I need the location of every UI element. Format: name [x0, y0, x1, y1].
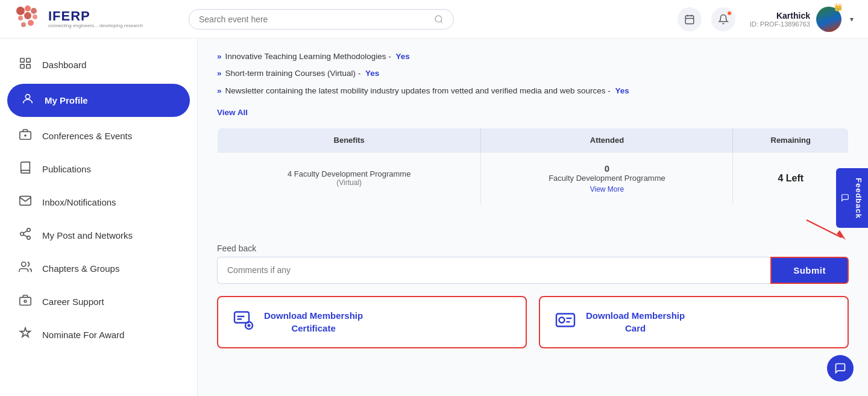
calendar-icon	[684, 14, 695, 25]
search-bar[interactable]	[189, 9, 454, 30]
sidebar-label-my-profile: My Profile	[45, 95, 88, 105]
view-more-link[interactable]: View More	[493, 185, 720, 193]
svg-point-8	[435, 16, 442, 22]
benefit-list: » Innovative Teaching Learning Methodolo…	[217, 51, 849, 97]
download-card-button[interactable]: Download MembershipCard	[539, 296, 849, 348]
sidebar-item-my-post[interactable]: My Post and Networks	[0, 219, 197, 252]
benefits-table: Benefits Attended Remaining 4 Faculty De…	[217, 128, 849, 205]
nav-icons: Karthick ID: PROF-13896763 👑 ▾	[678, 7, 854, 32]
download-row: Download MembershipCertificate Download …	[217, 296, 849, 348]
benefit-item-2: » Short-term training Courses (Virtual) …	[217, 68, 849, 80]
svg-point-2	[31, 8, 37, 14]
svg-point-39	[559, 317, 565, 322]
sidebar-item-my-profile[interactable]: My Profile	[7, 84, 190, 117]
svg-rect-17	[27, 64, 30, 68]
sidebar-label-nominate: Nominate For Award	[42, 330, 124, 340]
feedback-section: Feed back Submit	[217, 217, 849, 284]
search-input[interactable]	[199, 14, 429, 24]
sidebar-item-nominate[interactable]: Nominate For Award	[0, 318, 197, 351]
sidebar-label-inbox: Inbox/Notifications	[42, 197, 116, 207]
calendar-button[interactable]	[678, 7, 702, 31]
arrow-area	[217, 217, 849, 241]
table-cell-benefits: 4 Faculty Development Programme (Virtual…	[218, 152, 481, 204]
logo: IFERP connecting engineers... developing…	[14, 5, 143, 34]
sidebar: Dashboard My Profile Conferences & Event…	[0, 39, 198, 396]
download-card-label: Download MembershipCard	[586, 309, 685, 335]
sidebar-label-chapters: Chapters & Groups	[42, 263, 119, 274]
table-header-attended: Attended	[481, 128, 733, 152]
user-id: ID: PROF-13896763	[750, 20, 810, 28]
sidebar-item-inbox[interactable]: Inbox/Notifications	[0, 186, 197, 219]
publications-icon	[17, 161, 34, 177]
sidebar-label-career: Career Support	[42, 297, 104, 307]
career-icon	[17, 294, 34, 310]
view-all-link[interactable]: View All	[217, 108, 248, 117]
feedback-tab[interactable]: Feedback	[836, 168, 868, 228]
crown-icon: 👑	[834, 3, 843, 11]
svg-rect-32	[234, 312, 249, 322]
user-avatar-wrapper[interactable]: 👑	[816, 7, 841, 32]
svg-point-22	[27, 228, 31, 232]
remaining-value: 4 Left	[778, 173, 804, 183]
svg-point-18	[25, 95, 30, 99]
benefits-value: 4 Faculty Development Programme	[230, 169, 468, 178]
benefit-item-3: » Newsletter containing the latest mobil…	[217, 85, 849, 97]
sidebar-item-conferences[interactable]: Conferences & Events	[0, 119, 197, 152]
notification-dot	[727, 11, 732, 16]
svg-rect-15	[27, 58, 30, 62]
feedback-row: Submit	[217, 257, 849, 284]
sidebar-item-chapters[interactable]: Chapters & Groups	[0, 252, 197, 285]
logo-sub-text: connecting engineers... developing resea…	[48, 24, 143, 29]
svg-line-25	[24, 234, 27, 237]
sidebar-item-dashboard[interactable]: Dashboard	[0, 48, 197, 81]
sidebar-label-dashboard: Dashboard	[42, 60, 86, 70]
svg-rect-16	[20, 64, 24, 68]
svg-point-0	[16, 7, 25, 15]
logo-icon	[14, 5, 43, 34]
my-profile-icon	[19, 92, 36, 108]
feedback-label: Feed back	[217, 244, 849, 253]
table-cell-attended: 0 Faculty Development Programme View Mor…	[481, 152, 733, 204]
svg-point-6	[21, 22, 26, 27]
user-name-block: Karthick ID: PROF-13896763	[750, 11, 810, 28]
table-header-remaining: Remaining	[733, 128, 849, 152]
download-certificate-label: Download MembershipCertificate	[264, 309, 363, 335]
nominate-icon	[17, 327, 34, 343]
svg-point-1	[25, 5, 31, 11]
svg-point-29	[24, 300, 27, 303]
svg-line-9	[441, 21, 442, 23]
svg-point-5	[33, 14, 37, 19]
notification-button[interactable]	[711, 7, 735, 31]
download-certificate-button[interactable]: Download MembershipCertificate	[217, 296, 527, 348]
sidebar-item-career[interactable]: Career Support	[0, 285, 197, 318]
chevron-icon-3: »	[217, 85, 222, 97]
my-post-icon	[17, 227, 34, 244]
feedback-input[interactable]	[217, 257, 770, 284]
chevron-down-icon[interactable]: ▾	[850, 15, 854, 24]
card-icon	[555, 309, 576, 335]
table-header-benefits: Benefits	[218, 128, 481, 152]
conferences-icon	[17, 128, 34, 144]
submit-button[interactable]: Submit	[770, 257, 849, 284]
dashboard-icon	[17, 57, 34, 73]
svg-point-27	[22, 262, 26, 266]
chat-bubble-button[interactable]	[827, 355, 854, 382]
sidebar-label-publications: Publications	[42, 164, 91, 174]
table-cell-remaining: 4 Left	[733, 152, 849, 204]
svg-point-3	[18, 16, 23, 20]
logo-main-text: IFERP	[48, 9, 143, 24]
benefit-item-1: » Innovative Teaching Learning Methodolo…	[217, 51, 849, 63]
sidebar-label-conferences: Conferences & Events	[42, 131, 132, 141]
svg-rect-14	[20, 58, 24, 62]
feedback-tab-label: Feedback	[854, 178, 863, 219]
user-name: Karthick	[750, 11, 810, 20]
svg-point-24	[27, 236, 31, 240]
feedback-tab-icon	[841, 193, 849, 202]
chat-icon	[834, 362, 846, 374]
top-navigation: IFERP connecting engineers... developing…	[0, 0, 868, 39]
logo-text: IFERP connecting engineers... developing…	[48, 9, 143, 29]
table-row: 4 Faculty Development Programme (Virtual…	[218, 152, 849, 204]
sidebar-item-publications[interactable]: Publications	[0, 152, 197, 186]
attended-sub: Faculty Development Programme	[493, 174, 720, 183]
sidebar-label-my-post: My Post and Networks	[42, 230, 133, 240]
